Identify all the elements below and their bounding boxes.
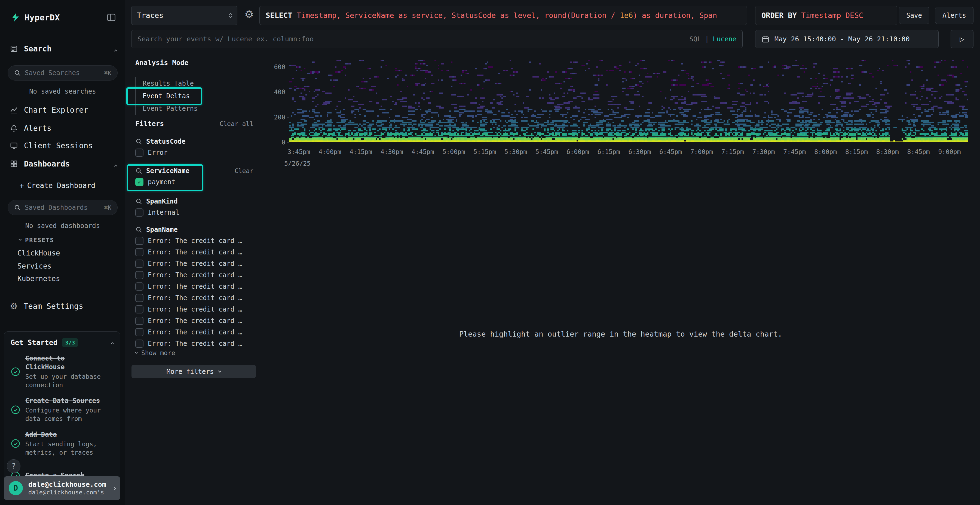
filter-option[interactable]: ✓ Error: The credit card …: [135, 269, 253, 281]
lucene-search-box[interactable]: SQL | Lucene: [131, 30, 743, 48]
filter-option[interactable]: ✓ payment: [135, 176, 253, 188]
filter-option[interactable]: ✓ Internal: [135, 207, 253, 218]
x-tick-label: 5:15pm: [469, 148, 500, 156]
get-started-header[interactable]: Get Started 3/3: [11, 338, 113, 347]
chevron-up-icon[interactable]: [115, 159, 117, 168]
user-org: dale@clickhouse.com's: [28, 489, 106, 496]
saved-searches-input[interactable]: ⌘K: [8, 65, 118, 81]
more-filters-button[interactable]: More filters: [132, 365, 256, 378]
checkbox[interactable]: ✓: [135, 178, 143, 186]
checkbox[interactable]: ✓: [135, 294, 143, 302]
filter-option[interactable]: ✓ Error: The credit card …: [135, 281, 253, 292]
run-query-button[interactable]: ▷: [951, 30, 974, 48]
chart-icon: [10, 106, 18, 114]
y-tick-label: 600: [261, 63, 285, 71]
source-settings-gear-icon[interactable]: ⚙: [245, 9, 254, 20]
chevron-down-icon: [218, 369, 221, 372]
source-select-value: Traces: [137, 11, 164, 20]
mode-sql[interactable]: SQL: [689, 35, 701, 43]
preset-clickhouse[interactable]: ClickHouse: [18, 247, 60, 259]
checkbox[interactable]: ✓: [135, 208, 143, 217]
save-button[interactable]: Save: [899, 7, 929, 24]
filter-option-label: Error: The credit card …: [148, 248, 242, 256]
show-more-link[interactable]: Show more: [135, 349, 175, 356]
sidebar-section-search[interactable]: Search: [10, 41, 117, 56]
sidebar-item-alerts[interactable]: Alerts: [10, 121, 117, 136]
filter-option[interactable]: ✓ Error: The credit card …: [135, 292, 253, 304]
sidebar-item-chart-explorer[interactable]: Chart Explorer: [10, 102, 117, 118]
checkbox[interactable]: ✓: [135, 271, 143, 279]
create-dashboard-button[interactable]: + Create Dashboard: [20, 179, 95, 192]
chevron-up-icon[interactable]: [111, 340, 113, 345]
facet-name: SpanKind: [146, 197, 178, 205]
get-started-item-sources[interactable]: Create Data Sources Configure where your…: [11, 397, 113, 423]
filter-option[interactable]: ✓ Error: The credit card …: [135, 327, 253, 338]
y-tick-mark: [286, 92, 289, 92]
get-started-item-connect[interactable]: Connect to ClickHouse Set up your databa…: [11, 354, 113, 389]
x-tick-label: 6:45pm: [655, 148, 686, 156]
select-chevrons-icon: [229, 13, 232, 18]
app-title: HyperDX: [24, 13, 60, 22]
more-filters-label: More filters: [167, 368, 214, 375]
sql-select-input[interactable]: SELECT Timestamp, ServiceName as service…: [259, 6, 747, 25]
x-tick-label: 7:00pm: [686, 148, 717, 156]
checkbox[interactable]: ✓: [135, 340, 143, 348]
get-started-card: Get Started 3/3 Connect to ClickHouse Se…: [4, 332, 120, 481]
saved-searches-field[interactable]: [25, 69, 100, 77]
get-started-item-desc: Configure where your data comes from: [25, 406, 102, 423]
presets-toggle[interactable]: PRESETS: [19, 235, 54, 245]
checkbox[interactable]: ✓: [135, 317, 143, 325]
user-menu[interactable]: D dale@clickhouse.com dale@clickhouse.co…: [4, 476, 120, 500]
team-settings-label: Team Settings: [24, 302, 83, 311]
clear-facet-link[interactable]: Clear: [235, 167, 253, 175]
checkbox[interactable]: ✓: [135, 328, 143, 336]
sidebar-section-dashboards[interactable]: Dashboards: [10, 156, 117, 172]
filters-header: Filters Clear all: [135, 120, 253, 128]
select-divider: [225, 10, 225, 21]
filter-option-label: Error: The credit card …: [148, 237, 242, 245]
checkbox[interactable]: ✓: [135, 248, 143, 256]
filter-option-label: Error: The credit card …: [148, 260, 242, 267]
search-section-label: Search: [24, 44, 51, 53]
filter-option[interactable]: ✓ Error: The credit card …: [135, 246, 253, 258]
filter-option[interactable]: ✓ Error: The credit card …: [135, 338, 253, 349]
filter-group-statuscode: StatusCode ✓ Error: [135, 136, 253, 158]
date-range-picker[interactable]: May 26 15:40:00 - May 26 21:10:00: [755, 30, 939, 48]
get-started-item-add-data[interactable]: Add Data Start sending logs, metrics, or…: [11, 430, 113, 457]
sidebar-collapse-icon[interactable]: [106, 13, 117, 22]
checkbox[interactable]: ✓: [135, 237, 143, 245]
saved-dashboards-input[interactable]: ⌘K: [8, 200, 118, 215]
preset-services[interactable]: Services: [18, 260, 51, 272]
alerts-button[interactable]: Alerts: [935, 7, 974, 24]
analysis-option-results-table[interactable]: Results Table: [135, 77, 252, 90]
checkbox[interactable]: ✓: [135, 260, 143, 268]
search-section-icon: [10, 44, 18, 53]
mode-lucene[interactable]: Lucene: [713, 35, 737, 43]
filter-option[interactable]: ✓ Error: The credit card …: [135, 315, 253, 327]
filter-option[interactable]: ✓ Error: The credit card …: [135, 258, 253, 269]
checkbox[interactable]: ✓: [135, 305, 143, 313]
main-content: 600 400 200 0 3:45pm4:00pm4:15pm4:30pm4:…: [261, 50, 980, 505]
order-by-input[interactable]: ORDER BY Timestamp DESC: [755, 6, 897, 25]
chevron-up-icon[interactable]: [115, 44, 117, 53]
clear-all-link[interactable]: Clear all: [220, 120, 253, 127]
checkbox[interactable]: ✓: [135, 149, 143, 157]
source-select[interactable]: Traces: [131, 6, 237, 25]
filter-option[interactable]: ✓ Error: The credit card …: [135, 304, 253, 315]
duration-heatmap-canvas[interactable]: [289, 60, 968, 142]
avatar: D: [9, 481, 23, 495]
saved-dashboards-field[interactable]: [25, 204, 100, 211]
search-input[interactable]: [137, 35, 689, 43]
create-dashboard-label: Create Dashboard: [27, 181, 95, 190]
help-button[interactable]: ?: [7, 459, 21, 473]
analysis-option-event-patterns[interactable]: Event Patterns: [135, 102, 252, 115]
preset-kubernetes[interactable]: Kubernetes: [18, 273, 60, 284]
filter-option[interactable]: ✓ Error: [135, 147, 253, 158]
x-tick-label: 7:45pm: [779, 148, 810, 156]
y-tick-mark: [286, 117, 289, 118]
sidebar-item-client-sessions[interactable]: Client Sessions: [10, 138, 117, 153]
filter-option[interactable]: ✓ Error: The credit card …: [135, 235, 253, 246]
analysis-option-event-deltas[interactable]: Event Deltas: [135, 90, 252, 102]
checkbox[interactable]: ✓: [135, 283, 143, 291]
sidebar-item-team-settings[interactable]: ⚙ Team Settings: [10, 299, 117, 314]
